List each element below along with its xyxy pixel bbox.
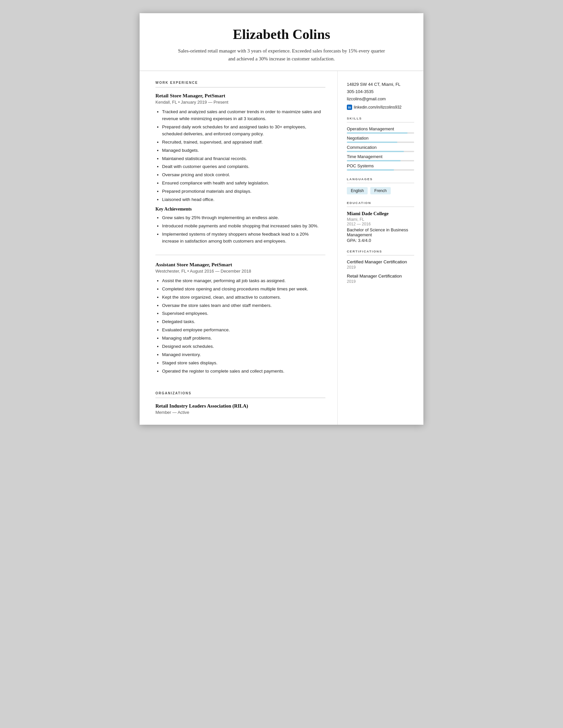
resume-header: Elizabeth Colins Sales-oriented retail m… (140, 13, 423, 71)
list-item: Supervised employees. (162, 310, 325, 317)
organizations-section: ORGANIZATIONS Retail Industry Leaders As… (155, 391, 325, 415)
skill-item: Time Management (347, 154, 414, 161)
skill-bar-bg (347, 169, 414, 171)
cert-1-name: Certified Manager Certification (347, 259, 414, 264)
languages-label: LANGUAGES (347, 177, 414, 181)
list-item: Grew sales by 25% through implementing a… (162, 215, 325, 221)
skill-bar-fill (347, 169, 394, 171)
right-column: 14829 SW 44 CT, Miami, FL 305-104-3535 l… (338, 71, 423, 425)
list-item: Operated the register to complete sales … (162, 368, 325, 375)
cert-1-year: 2019 (347, 265, 414, 270)
resume-body: WORK EXPERIENCE Retail Store Manager, Pe… (140, 71, 423, 425)
linkedin-row: in linkedin.com/in/lizcolins932 (347, 105, 414, 110)
list-item: Completed store opening and closing proc… (162, 286, 325, 293)
skills-section: SKILLS Operations Management Negotiation… (347, 116, 414, 171)
skills-label: SKILLS (347, 116, 414, 120)
list-item: Introduced mobile payments and mobile sh… (162, 223, 325, 230)
certifications-divider (347, 255, 414, 255)
list-item: Oversaw pricing and stock control. (162, 172, 325, 179)
job-2-bullets: Assist the store manager, performing all… (162, 278, 325, 375)
skill-bar-fill (347, 151, 404, 152)
work-experience-label: WORK EXPERIENCE (155, 81, 325, 84)
list-item: Assist the store manager, performing all… (162, 278, 325, 284)
candidate-name: Elizabeth Colins (159, 26, 404, 42)
job-1: Retail Store Manager, PetSmart Kendall, … (155, 93, 325, 255)
job-1-title: Retail Store Manager, PetSmart (155, 93, 325, 99)
list-item: Maintained statistical and financial rec… (162, 155, 325, 162)
contact-info: 14829 SW 44 CT, Miami, FL 305-104-3535 l… (347, 81, 414, 110)
list-item: Recruited, trained, supervised, and appr… (162, 139, 325, 146)
cert-item-2: Retail Manager Certification 2019 (347, 274, 414, 284)
certifications-label: CERTIFICATIONS (347, 249, 414, 253)
list-item: Designed work schedules. (162, 343, 325, 350)
skill-bar-fill (347, 132, 408, 134)
edu-location: Miami, FL (347, 217, 414, 222)
education-section: EDUCATION Miami Dade College Miami, FL 2… (347, 201, 414, 243)
edu-school: Miami Dade College (347, 211, 414, 216)
resume-document: Elizabeth Colins Sales-oriented retail m… (140, 13, 423, 425)
list-item: Liaisoned with head office. (162, 196, 325, 203)
skill-item: Operations Management (347, 126, 414, 134)
cert-2-name: Retail Manager Certification (347, 274, 414, 279)
skill-item: Negotiation (347, 136, 414, 143)
list-item: Oversaw the store sales team and other s… (162, 302, 325, 309)
skill-name: POC Systems (347, 163, 414, 168)
list-item: Staged store sales displays. (162, 360, 325, 367)
skill-bar-bg (347, 132, 414, 134)
work-experience-section: WORK EXPERIENCE Retail Store Manager, Pe… (155, 81, 325, 385)
skill-item: POC Systems (347, 163, 414, 171)
language-tags: English French (347, 187, 414, 194)
job-2-meta: Westchester, FL • August 2016 — December… (155, 269, 325, 274)
list-item: Kept the store organized, clean, and att… (162, 294, 325, 301)
skill-bar-fill (347, 142, 397, 143)
candidate-summary: Sales-oriented retail manager with 3 yea… (176, 47, 387, 63)
certifications-section: CERTIFICATIONS Certified Manager Certifi… (347, 249, 414, 284)
list-item: Ensured compliance with health and safet… (162, 180, 325, 187)
skill-bar-bg (347, 142, 414, 143)
languages-divider (347, 183, 414, 183)
email: lizcolins@gmail.com (347, 95, 414, 103)
job-1-meta: Kendall, FL • January 2019 — Present (155, 100, 325, 105)
list-item: Tracked and analyzed sales and customer … (162, 109, 325, 122)
list-item: Managing staff problems. (162, 335, 325, 342)
list-item: Prepared daily work schedules for and as… (162, 124, 325, 138)
job-1-bullets: Tracked and analyzed sales and customer … (162, 109, 325, 203)
skill-name: Negotiation (347, 136, 414, 141)
education-label: EDUCATION (347, 201, 414, 205)
skill-name: Operations Management (347, 126, 414, 131)
skill-name: Communication (347, 145, 414, 150)
left-column: WORK EXPERIENCE Retail Store Manager, Pe… (140, 71, 338, 425)
list-item: Managed budgets. (162, 147, 325, 154)
job-2: Assistant Store Manager, PetSmart Westch… (155, 262, 325, 385)
skill-item: Communication (347, 145, 414, 152)
skill-bar-bg (347, 160, 414, 161)
organizations-label: ORGANIZATIONS (155, 391, 325, 395)
list-item: Implemented systems of mystery shoppers … (162, 231, 325, 245)
list-item: Dealt with customer queries and complain… (162, 163, 325, 170)
list-item: Delegated tasks. (162, 318, 325, 325)
cert-item-1: Certified Manager Certification 2019 (347, 259, 414, 270)
linkedin-url: linkedin.com/in/lizcolins932 (354, 105, 402, 110)
key-achievements-label: Key Achievements (155, 207, 325, 212)
org-meta: Member — Active (155, 410, 325, 415)
address: 14829 SW 44 CT, Miami, FL (347, 81, 414, 88)
list-item: Managed inventory. (162, 351, 325, 358)
list-item: Evaluated employee performance. (162, 327, 325, 334)
skill-bar-fill (347, 160, 401, 161)
skill-bar-bg (347, 151, 414, 152)
org-name: Retail Industry Leaders Association (RIL… (155, 403, 325, 409)
organizations-divider (155, 398, 325, 398)
work-experience-divider (155, 87, 325, 87)
language-french: French (370, 187, 390, 194)
skills-divider (347, 122, 414, 122)
edu-years: 2012 — 2016 (347, 222, 414, 226)
job-1-achievements: Grew sales by 25% through implementing a… (162, 215, 325, 245)
skill-name: Time Management (347, 154, 414, 159)
edu-gpa: GPA: 3.4/4.0 (347, 238, 414, 243)
cert-2-year: 2019 (347, 279, 414, 284)
education-divider (347, 207, 414, 207)
linkedin-icon: in (347, 105, 352, 110)
edu-degree: Bachelor of Science in Business Manageme… (347, 227, 414, 237)
phone: 305-104-3535 (347, 88, 414, 95)
job-2-title: Assistant Store Manager, PetSmart (155, 262, 325, 268)
